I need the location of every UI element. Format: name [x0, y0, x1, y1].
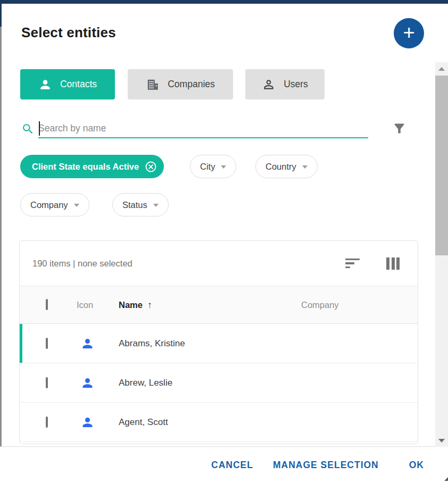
contact-person-icon [80, 336, 95, 351]
column-header-name[interactable]: Name ↑ [119, 299, 152, 311]
vertical-scrollbar[interactable] [435, 62, 448, 447]
person-filled-icon [38, 78, 52, 91]
sort-icon[interactable] [345, 259, 360, 269]
table-header-row: Icon Name ↑ Company [20, 286, 418, 324]
columns-icon[interactable] [386, 257, 400, 270]
items-summary: 190 items | none selected [32, 259, 132, 269]
table-row[interactable]: Abrams, Kristine [20, 324, 418, 363]
select-entities-dialog: Select entities + Contacts Companie [0, 0, 448, 483]
window-left-edge-lower [0, 27, 2, 483]
add-entity-button[interactable]: + [394, 18, 424, 48]
select-all-checkbox[interactable] [46, 299, 48, 310]
tab-label: Contacts [60, 79, 97, 90]
ok-button[interactable]: OK [409, 460, 424, 471]
plus-icon: + [403, 22, 414, 43]
filter-chip-country[interactable]: Country [255, 155, 318, 178]
chevron-down-icon [302, 165, 308, 169]
chevron-down-icon [221, 165, 226, 169]
table-row[interactable]: Abrew, Leslie [20, 363, 418, 403]
filter-chip-status[interactable]: Status [112, 193, 169, 216]
sort-ascending-icon: ↑ [147, 299, 152, 311]
filter-chip-company[interactable]: Company [20, 193, 89, 216]
column-header-company[interactable]: Company [301, 300, 339, 310]
chip-label: Country [266, 162, 296, 172]
text-cursor [39, 121, 40, 136]
contact-person-icon [80, 415, 95, 429]
tab-label: Companies [168, 79, 215, 90]
page-title: Select entities [21, 24, 116, 41]
chip-label: Company [30, 200, 68, 210]
scroll-up-icon[interactable] [438, 67, 445, 71]
table-row[interactable]: Agent, Scott [20, 403, 418, 442]
filter-chip-city[interactable]: City [190, 155, 236, 178]
applied-filter-chip[interactable]: Client State equals Active [20, 155, 164, 178]
person-outline-icon [262, 78, 276, 91]
table-row-partial [20, 442, 418, 444]
row-checkbox[interactable] [46, 377, 48, 388]
results-panel: 190 items | none selected Icon Name ↑ Co… [19, 240, 418, 444]
cancel-button[interactable]: CANCEL [211, 460, 253, 471]
contact-person-icon [80, 376, 95, 390]
row-checkbox[interactable] [46, 417, 48, 428]
filter-funnel-icon[interactable] [392, 121, 406, 136]
chip-label: Status [122, 200, 147, 210]
dialog-actions: CANCEL MANAGE SELECTION OK [0, 447, 448, 483]
remove-filter-icon[interactable] [145, 161, 157, 173]
search-icon [21, 122, 35, 136]
tab-companies[interactable]: Companies [128, 69, 233, 99]
window-top-edge [0, 0, 448, 4]
scrollbar-thumb[interactable] [435, 76, 448, 255]
tab-users[interactable]: Users [245, 69, 325, 99]
tab-label: Users [284, 79, 308, 90]
results-toolbar: 190 items | none selected [20, 241, 418, 286]
chevron-down-icon [153, 204, 159, 207]
row-name: Abrams, Kristine [119, 338, 185, 349]
row-name: Abrew, Leslie [119, 378, 172, 388]
chip-label: City [200, 162, 215, 172]
column-header-icon: Icon [77, 300, 93, 310]
tab-contacts[interactable]: Contacts [20, 69, 115, 99]
resize-grip-icon [444, 477, 448, 481]
building-icon [146, 78, 160, 91]
search-input[interactable] [38, 119, 368, 138]
row-checkbox[interactable] [46, 338, 48, 349]
window-left-edge [0, 4, 2, 27]
row-highlight-bar [20, 324, 22, 363]
chip-label: Client State equals Active [32, 162, 139, 172]
row-name: Agent, Scott [119, 417, 168, 428]
scroll-down-icon[interactable] [438, 439, 445, 443]
manage-selection-button[interactable]: MANAGE SELECTION [273, 460, 379, 471]
chevron-down-icon [74, 204, 79, 207]
